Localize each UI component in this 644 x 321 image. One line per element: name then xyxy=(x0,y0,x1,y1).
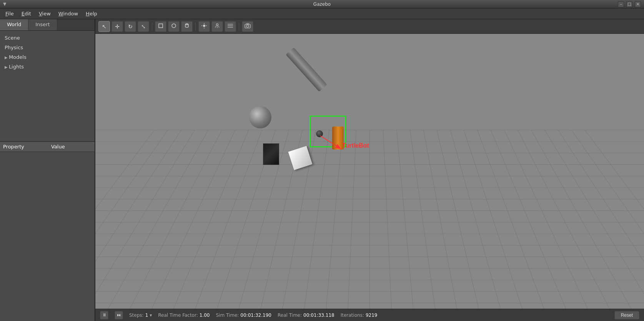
rtf-label: Real Time Factor: xyxy=(158,313,198,318)
box-icon xyxy=(158,23,163,30)
property-panel: Property Value xyxy=(0,141,95,321)
rotate-tool-button[interactable]: ↻ xyxy=(125,21,136,32)
pause-button[interactable]: ⏸ xyxy=(100,311,108,319)
property-body xyxy=(0,152,95,321)
viewport[interactable]: ↖ ✛ ↻ ⤡ xyxy=(95,19,644,321)
step-icon: ⏭ xyxy=(117,313,121,318)
panel-tabs: World Insert xyxy=(0,19,95,31)
sim-time-value: 00:01:32.190 xyxy=(240,313,271,318)
rtf-value: 1.00 xyxy=(200,313,210,318)
tree-item-physics[interactable]: Physics xyxy=(0,43,95,52)
main-area: World Insert Scene Physics Models Lights xyxy=(0,19,644,321)
close-button[interactable]: × xyxy=(635,1,641,7)
separator-1 xyxy=(152,22,152,31)
scale-tool-button[interactable]: ⤡ xyxy=(138,21,149,32)
step-button[interactable]: ⏭ xyxy=(115,311,123,319)
point-light-button[interactable] xyxy=(198,21,210,32)
separator-2 xyxy=(195,22,196,31)
svg-line-11 xyxy=(218,26,219,28)
scale-icon: ⤡ xyxy=(141,23,146,30)
box-button[interactable] xyxy=(155,21,166,32)
rotate-icon: ↻ xyxy=(128,23,133,30)
iterations-label: Iterations: xyxy=(341,313,364,318)
maximize-button[interactable]: □ xyxy=(626,1,632,7)
grid-canvas xyxy=(95,34,644,309)
value-col-header: Value xyxy=(43,144,92,150)
sim-time-display: Sim Time: 00:01:32.190 xyxy=(216,313,271,318)
svg-rect-0 xyxy=(159,24,163,28)
svg-point-9 xyxy=(216,24,218,26)
title-bar: ▼ Gazebo – □ × xyxy=(0,0,644,8)
sphere-icon xyxy=(171,23,176,30)
steps-value: 1 xyxy=(145,313,148,318)
menu-bar: File Edit View Window Help xyxy=(0,8,644,19)
3d-scene[interactable]: TurtleBot xyxy=(95,34,644,309)
tab-world[interactable]: World xyxy=(0,19,28,30)
iterations-value: 9219 xyxy=(366,313,378,318)
move-icon: ✛ xyxy=(115,23,120,30)
select-tool-button[interactable]: ↖ xyxy=(98,21,110,32)
reset-button[interactable]: Reset xyxy=(614,311,639,319)
menu-edit[interactable]: Edit xyxy=(18,9,35,18)
world-tree: Scene Physics Models Lights xyxy=(0,31,95,141)
tree-item-lights[interactable]: Lights xyxy=(0,62,95,72)
real-time-display: Real Time: 00:01:33.118 xyxy=(278,313,334,318)
window-title: Gazebo xyxy=(26,2,618,7)
sphere-button[interactable] xyxy=(168,21,180,32)
real-time-label: Real Time: xyxy=(278,313,302,318)
steps-dropdown-icon[interactable]: ▾ xyxy=(150,313,152,318)
tree-item-models[interactable]: Models xyxy=(0,52,95,62)
cylinder-icon xyxy=(184,23,190,30)
property-header: Property Value xyxy=(0,142,95,152)
spot-light-icon xyxy=(214,23,220,30)
directional-light-icon xyxy=(227,23,233,30)
steps-label: Steps: xyxy=(129,313,144,318)
real-time-value: 00:01:33.118 xyxy=(303,313,334,318)
svg-point-4 xyxy=(203,25,205,27)
menu-window[interactable]: Window xyxy=(55,9,82,18)
steps-control: Steps: 1 ▾ xyxy=(129,313,152,318)
minimize-button[interactable]: – xyxy=(618,1,624,7)
spot-light-button[interactable] xyxy=(211,21,223,32)
left-panel: World Insert Scene Physics Models Lights xyxy=(0,19,95,321)
menu-view[interactable]: View xyxy=(35,9,55,18)
camera-icon xyxy=(245,23,251,30)
cylinder-button[interactable] xyxy=(181,21,193,32)
menu-file[interactable]: File xyxy=(2,9,18,18)
cursor-icon: ↖ xyxy=(102,23,107,30)
property-col-header: Property xyxy=(3,144,43,150)
screenshot-button[interactable] xyxy=(242,21,253,32)
tab-insert[interactable]: Insert xyxy=(28,19,57,30)
svg-point-1 xyxy=(172,24,176,28)
svg-point-17 xyxy=(246,25,249,27)
separator-3 xyxy=(239,22,239,31)
svg-line-10 xyxy=(215,26,216,28)
real-time-factor-display: Real Time Factor: 1.00 xyxy=(158,313,210,318)
point-light-icon xyxy=(201,23,207,30)
menu-help[interactable]: Help xyxy=(82,9,101,18)
directional-light-button[interactable] xyxy=(225,21,236,32)
toolbar: ↖ ✛ ↻ ⤡ xyxy=(95,19,644,34)
tree-item-scene[interactable]: Scene xyxy=(0,33,95,43)
pause-icon: ⏸ xyxy=(102,313,107,318)
translate-tool-button[interactable]: ✛ xyxy=(111,21,123,32)
status-bar: ⏸ ⏭ Steps: 1 ▾ Real Time Factor: 1.00 Si… xyxy=(95,309,644,321)
sim-time-label: Sim Time: xyxy=(216,313,239,318)
iterations-display: Iterations: 9219 xyxy=(341,313,378,318)
